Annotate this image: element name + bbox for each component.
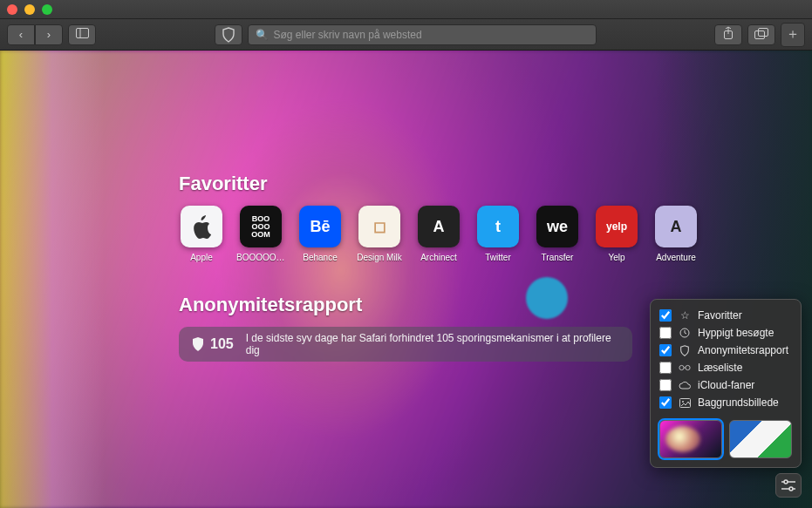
customize-checkbox-hyppigt-bes-gte[interactable] xyxy=(659,327,672,339)
shield-icon xyxy=(191,336,205,352)
favorite-label: BOOOOOOOM xyxy=(236,253,285,262)
favorite-twitter[interactable]: tTwitter xyxy=(475,206,521,262)
svg-rect-4 xyxy=(759,28,768,36)
favorite-icon-archinect: A xyxy=(418,206,460,247)
favorite-label: Yelp xyxy=(592,253,641,262)
favorite-icon-apple xyxy=(181,206,222,247)
cloud-icon xyxy=(679,381,691,389)
plus-icon: ＋ xyxy=(786,25,800,44)
svg-point-10 xyxy=(682,401,684,403)
clock-icon xyxy=(679,328,691,338)
customize-checkbox-baggrundsbillede[interactable] xyxy=(659,396,672,409)
search-icon: 🔍 xyxy=(256,29,269,41)
address-placeholder: Søg eller skriv navn på websted xyxy=(274,29,422,41)
favorite-transfer[interactable]: weTransfer xyxy=(535,206,580,262)
favorite-label: Design Milk xyxy=(355,253,404,262)
favorite-icon-transfer: we xyxy=(536,206,578,247)
customize-option-icloud-faner[interactable]: iCloud-faner xyxy=(659,376,792,394)
privacy-report-button[interactable] xyxy=(215,24,242,45)
share-icon xyxy=(722,26,734,43)
favorite-label: Archinect xyxy=(414,253,463,262)
privacy-count: 105 xyxy=(210,336,234,352)
privacy-heading: Anonymitetsrapport xyxy=(179,294,699,316)
customize-option-label: Favoritter xyxy=(698,309,742,322)
favorite-label: Apple xyxy=(177,253,226,262)
chevron-left-icon: ‹ xyxy=(19,28,23,41)
favorite-icon-adventure: A xyxy=(655,206,697,247)
customize-option-label: Anonymitetsrapport xyxy=(698,344,788,356)
customize-start-page-panel: ☆FavoritterHyppigt besøgteAnonymitetsrap… xyxy=(650,299,802,468)
favorites-row: AppleBOO OOO OOMBOOOOOOOMBēBehance◻︎Desi… xyxy=(179,206,699,262)
glasses-icon xyxy=(679,364,691,371)
window-titlebar xyxy=(0,0,812,19)
svg-point-6 xyxy=(679,365,684,369)
customize-checkbox-icloud-faner[interactable] xyxy=(659,379,672,391)
favorite-icon-booooooom: BOO OOO OOM xyxy=(240,206,282,247)
svg-point-12 xyxy=(784,480,788,484)
favorites-heading: Favoritter xyxy=(179,173,699,195)
chevron-right-icon: › xyxy=(47,28,51,41)
forward-button[interactable]: › xyxy=(35,24,63,45)
sliders-icon xyxy=(781,478,795,492)
svg-rect-0 xyxy=(76,29,88,38)
svg-point-7 xyxy=(686,365,690,369)
start-page: Favoritter AppleBOO OOO OOMBOOOOOOOMBēBe… xyxy=(0,51,812,508)
favorite-label: Behance xyxy=(296,253,345,262)
favorite-archinect[interactable]: AArchinect xyxy=(416,206,461,262)
customize-checkbox-favoritter[interactable] xyxy=(659,309,672,322)
privacy-message: I de sidste syv dage har Safari forhindr… xyxy=(246,332,620,356)
shield-icon xyxy=(679,345,691,356)
privacy-report-bar[interactable]: 105 I de sidste syv dage har Safari forh… xyxy=(179,327,632,362)
close-window-button[interactable] xyxy=(7,4,17,15)
customize-option-hyppigt-bes-gte[interactable]: Hyppigt besøgte xyxy=(659,324,792,342)
browser-toolbar: ‹ › 🔍 Søg eller skriv navn på websted ＋ xyxy=(0,19,812,51)
fullscreen-window-button[interactable] xyxy=(42,4,52,15)
favorite-yelp[interactable]: yelpYelp xyxy=(594,206,639,262)
favorite-icon-twitter: t xyxy=(477,206,519,247)
tabs-icon xyxy=(754,28,768,42)
customize-option-label: iCloud-faner xyxy=(698,379,754,391)
background-thumbnail-1[interactable] xyxy=(659,420,722,458)
customize-option-favoritter[interactable]: ☆Favoritter xyxy=(659,307,792,324)
favorite-icon-yelp: yelp xyxy=(596,206,638,247)
tabs-overview-button[interactable] xyxy=(747,24,775,45)
favorite-label: Twitter xyxy=(474,253,522,262)
customize-option-label: Læseliste xyxy=(698,362,742,374)
customize-checkbox-l-seliste[interactable] xyxy=(659,362,672,374)
favorite-icon-behance: Bē xyxy=(299,206,341,247)
favorite-label: Adventure xyxy=(652,253,700,262)
minimize-window-button[interactable] xyxy=(24,4,35,15)
favorite-label: Transfer xyxy=(533,253,582,262)
favorite-behance[interactable]: BēBehance xyxy=(297,206,343,262)
svg-point-14 xyxy=(789,487,793,491)
svg-rect-3 xyxy=(755,30,765,38)
sidebar-button[interactable] xyxy=(68,24,96,45)
sidebar-icon xyxy=(76,28,89,41)
image-icon xyxy=(679,398,691,408)
background-thumbnail-2[interactable] xyxy=(729,420,792,458)
favorite-booooooom[interactable]: BOO OOO OOMBOOOOOOOM xyxy=(238,206,283,262)
favorite-design-milk[interactable]: ◻︎Design Milk xyxy=(357,206,402,262)
customize-option-label: Hyppigt besøgte xyxy=(698,327,774,339)
customize-option-anonymitetsrapport[interactable]: Anonymitetsrapport xyxy=(659,342,792,359)
favorite-adventure[interactable]: AAdventure xyxy=(653,206,699,262)
decorative-neon-left xyxy=(0,51,105,508)
customize-checkbox-anonymitetsrapport[interactable] xyxy=(659,344,672,356)
back-button[interactable]: ‹ xyxy=(7,24,35,45)
customize-option-baggrundsbillede[interactable]: Baggrundsbillede xyxy=(659,394,792,411)
star-icon: ☆ xyxy=(679,309,691,322)
favorite-icon-design-milk: ◻︎ xyxy=(358,206,400,247)
customize-option-label: Baggrundsbillede xyxy=(698,396,779,409)
favorite-apple[interactable]: Apple xyxy=(179,206,224,262)
customize-start-page-button[interactable] xyxy=(775,473,802,498)
shield-icon xyxy=(222,27,235,43)
new-tab-button[interactable]: ＋ xyxy=(781,23,805,47)
customize-option-l-seliste[interactable]: Læseliste xyxy=(659,359,792,376)
share-button[interactable] xyxy=(714,24,742,45)
address-bar[interactable]: 🔍 Søg eller skriv navn på websted xyxy=(248,24,597,45)
